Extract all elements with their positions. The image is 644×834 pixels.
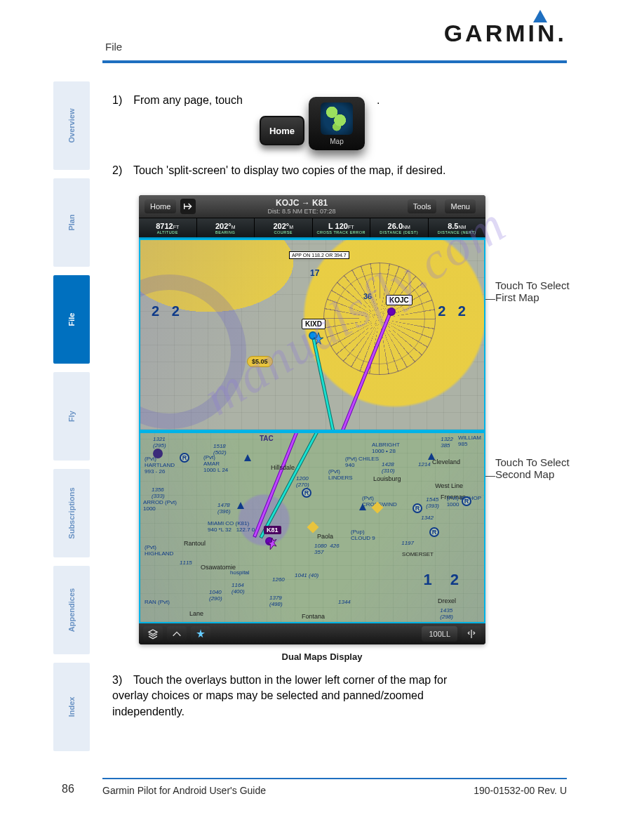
- nav-field-distance_dest[interactable]: 26.0NMDISTANCE (DEST): [370, 218, 429, 237]
- example-home-button[interactable]: Home: [260, 116, 304, 145]
- f1041: 1041 (40): [295, 572, 318, 578]
- callout-second: Second Map: [495, 468, 570, 480]
- kojc-label: KOJC: [386, 295, 412, 305]
- side-tab-fly[interactable]: Fly: [53, 372, 90, 461]
- nav-value: 8712FT: [156, 222, 179, 230]
- k81-label: K81: [264, 526, 281, 534]
- f1260: 1260: [272, 576, 285, 583]
- side-tab-file[interactable]: File: [53, 275, 90, 364]
- example-map-button[interactable]: Map: [309, 97, 365, 150]
- tools-button[interactable]: Tools: [408, 199, 437, 213]
- purple-dot: [153, 449, 163, 458]
- f1356: 1356 (333): [152, 486, 165, 499]
- side-tab-subscriptions[interactable]: Subscriptions: [53, 469, 90, 557]
- f1379: 1379 (498): [269, 595, 283, 607]
- side-tab-plan[interactable]: Plan: [53, 178, 90, 267]
- app-title-block: KOJC → K81 Dist: 8.5 NM ETE: 07:28: [196, 198, 407, 215]
- town-paola: Paola: [317, 533, 333, 540]
- garmin-triangle-icon: [533, 10, 547, 22]
- town-rantoul: Rantoul: [184, 540, 206, 547]
- town-lane: Lane: [189, 610, 203, 617]
- figure-caption: Dual Maps Display: [0, 651, 644, 662]
- town-drexel: Drexel: [438, 597, 456, 604]
- f1115: 1115: [180, 560, 192, 566]
- side-tab-label: Appendices: [67, 588, 76, 632]
- r-sym-2: R: [302, 488, 311, 498]
- nav-data-bar: 8712FTALTITUDE202°MBEARING202°MCOURSEL 1…: [139, 218, 485, 239]
- callout-first: First Map: [495, 291, 570, 303]
- r-sym-4: R: [462, 496, 471, 506]
- fuel-price-text: $5.05: [252, 358, 268, 365]
- fuel-type-button[interactable]: 100LL: [422, 626, 457, 642]
- route-title: KOJC → K81: [196, 198, 407, 208]
- overlays-button[interactable]: [143, 626, 163, 642]
- town-hillsdale: Hillsdale: [271, 464, 295, 471]
- callout-touch2: Touch To Select: [495, 456, 570, 468]
- split-panes: APP ON 118.2 OR 394.7 2 2 2 2 17 36 KOJC…: [139, 239, 485, 623]
- chevron-up-icon: [171, 628, 182, 640]
- chapter-label: File: [105, 41, 122, 53]
- f1428: 1428 (310): [382, 461, 395, 474]
- pvt-linders: (Pvt) LINDERS: [328, 468, 353, 481]
- side-tabs: OverviewPlanFileFlySubscriptionsAppendic…: [53, 81, 90, 751]
- pvt-cloud9: (Pup) CLOUD 9: [351, 529, 375, 541]
- nav-field-course[interactable]: 202°MCOURSE: [255, 218, 313, 237]
- aircraft-icon: [195, 628, 206, 640]
- nav-label: CROSS TRACK ERROR: [316, 230, 365, 234]
- app-home-button[interactable]: Home: [145, 199, 176, 213]
- side-tab-appendices[interactable]: Appendices: [53, 566, 90, 654]
- nav-label: DISTANCE (NEXT): [438, 230, 476, 234]
- nav-field-distance_next[interactable]: 8.5NMDISTANCE (NEXT): [429, 218, 486, 237]
- f1200: 1200 (270): [296, 475, 309, 488]
- r-sym-5: R: [429, 527, 439, 537]
- r-sym-1: R: [180, 453, 189, 463]
- app-home-label: Home: [150, 202, 170, 211]
- town-cleveland: Cleveland: [432, 458, 460, 465]
- route-magenta-2: [254, 431, 300, 537]
- home-button-label: Home: [269, 126, 295, 136]
- caret-button[interactable]: [167, 626, 187, 642]
- side-tab-index[interactable]: Index: [53, 663, 90, 751]
- pvt-ran: RAN (Pvt): [145, 599, 170, 605]
- direct-to-button[interactable]: [180, 199, 196, 214]
- f1545: 1545 (393): [426, 496, 439, 509]
- big-12: 1 2: [423, 571, 466, 589]
- footer-rule: [102, 778, 567, 779]
- nav-field-bearing[interactable]: 202°MBEARING: [197, 218, 255, 237]
- page-footer: Garmin Pilot for Android User's Guide 19…: [102, 785, 567, 796]
- app-screenshot: Home KOJC → K81 Dist: 8.5 NM ETE: 07:28 …: [139, 195, 485, 644]
- f1164: 1164 (400): [232, 582, 245, 595]
- nav-value: 202°M: [273, 222, 293, 230]
- side-tab-label: Overview: [67, 109, 76, 143]
- f1214: 1214: [418, 461, 431, 468]
- nav-field-altitude[interactable]: 8712FTALTITUDE: [139, 218, 197, 237]
- pane-first-map[interactable]: APP ON 118.2 OR 394.7 2 2 2 2 17 36 KOJC…: [139, 239, 485, 431]
- compass-rose: [323, 263, 436, 375]
- f1197: 1197: [401, 540, 414, 546]
- airspace-ring: [139, 274, 246, 429]
- pane-second-map[interactable]: K81 TAC 1 2 Hillsdale Louisburg Clevelan…: [139, 431, 485, 624]
- fuel-price-badge[interactable]: $5.05: [247, 356, 273, 367]
- direct-to-icon: [182, 201, 194, 212]
- nav-field-cross_track[interactable]: L 120FTCROSS TRACK ERROR: [313, 218, 371, 237]
- f1478: 1478 (396): [217, 502, 231, 515]
- step-2-text: 2) Touch 'split-screen' to display two c…: [112, 163, 462, 178]
- talbright: ALBRIGHT 1000 • 28: [372, 442, 400, 454]
- pvt-highland: (Pvt) HIGHLAND: [145, 544, 173, 557]
- aircraft-button[interactable]: [191, 626, 210, 642]
- callout-first-map: Touch To Select First Map: [495, 279, 570, 303]
- y-sym-2: [307, 521, 319, 533]
- splitscreen-button[interactable]: [462, 626, 481, 642]
- callout-touch: Touch To Select: [495, 279, 570, 291]
- elev-right: 2 2: [438, 303, 470, 319]
- menu-button[interactable]: Menu: [445, 199, 476, 213]
- f1435: 1435 (298): [440, 607, 453, 620]
- nav-value: 202°M: [215, 222, 236, 230]
- nav-value: 8.5NM: [448, 222, 466, 230]
- app-topbar: Home KOJC → K81 Dist: 8.5 NM ETE: 07:28 …: [139, 195, 485, 218]
- nav-label: COURSE: [274, 230, 293, 234]
- town-louisburg: Louisburg: [373, 475, 401, 482]
- nav-label: DISTANCE (DEST): [380, 230, 418, 234]
- side-tab-overview[interactable]: Overview: [53, 81, 90, 170]
- f1342: 1342: [421, 515, 434, 521]
